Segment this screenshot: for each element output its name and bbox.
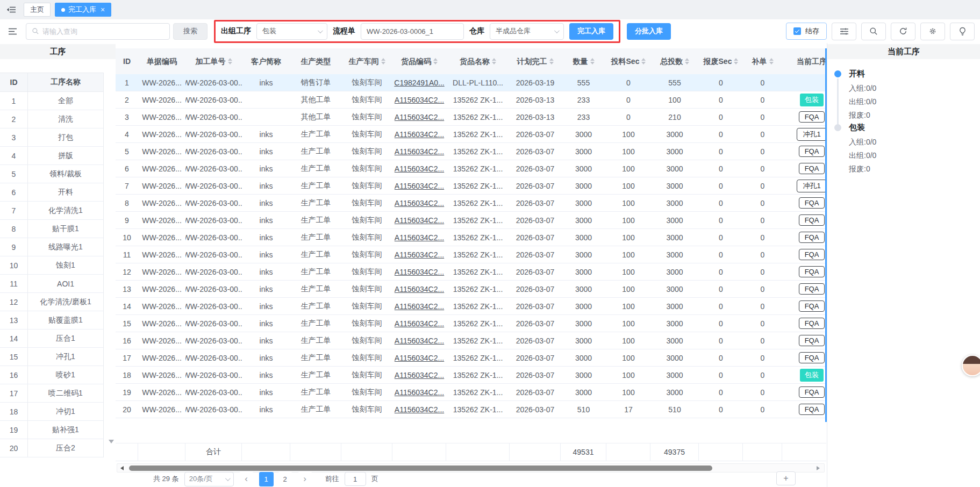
next-page-button[interactable]: › <box>298 472 312 486</box>
cell-item_code[interactable]: A1156034C2... <box>392 177 446 194</box>
cell-item_code[interactable]: A1156034C2... <box>392 160 446 177</box>
table-row[interactable]: 6WW-2026...WW-2026-03-00...inks生产工单蚀刻车间A… <box>116 160 826 177</box>
process-row[interactable]: 12化学清洗/磨板1 <box>0 293 103 311</box>
table-row[interactable]: 15WW-2026...WW-2026-03-00...inks生产工单蚀刻车间… <box>116 315 826 332</box>
column-header-数量[interactable]: 数量 <box>561 48 606 74</box>
balance-toggle-button[interactable]: 结存 <box>786 23 827 40</box>
column-header-报废Sec[interactable]: 报废Sec <box>699 48 743 74</box>
cell-item_code[interactable]: A1156034C2... <box>392 229 446 246</box>
goto-page-input[interactable] <box>345 472 366 486</box>
table-row[interactable]: 3WW-2026...WW-2026-03-00...其他工单蚀刻车间A1156… <box>116 109 826 126</box>
scroll-right-arrow-icon[interactable] <box>817 466 820 470</box>
cell-item_code[interactable]: A1156034C2... <box>392 212 446 228</box>
process-row[interactable]: 9线路曝光1 <box>0 238 103 256</box>
table-row[interactable]: 13WW-2026...WW-2026-03-00...inks生产工单蚀刻车间… <box>116 281 826 298</box>
warehouse-select[interactable]: 半成品仓库 <box>490 23 564 40</box>
process-row[interactable]: 16喷砂1 <box>0 366 103 384</box>
checkbox-checked-icon[interactable] <box>793 27 801 35</box>
filter-button[interactable] <box>832 23 856 40</box>
process-row[interactable]: 13贴覆盖膜1 <box>0 311 103 330</box>
table-row[interactable]: 1WW-2026...WW-2026-03-00...inks销售订单蚀刻车间C… <box>116 74 826 91</box>
table-row[interactable]: 16WW-2026...WW-2026-03-00...inks生产工单蚀刻车间… <box>116 332 826 349</box>
tab-完工入库[interactable]: 完工入库× <box>55 3 111 17</box>
close-tab-icon[interactable]: × <box>101 6 105 13</box>
cell-item_code[interactable]: A1156034C2... <box>392 263 446 280</box>
search-input[interactable] <box>42 27 164 35</box>
process-row[interactable]: 17喷二维码1 <box>0 384 103 403</box>
table-row[interactable]: 17WW-2026...WW-2026-03-00...inks生产工单蚀刻车间… <box>116 349 826 367</box>
column-header-生产车间[interactable]: 生产车间 <box>341 48 392 74</box>
cell-item_code[interactable]: A1156034C2... <box>392 281 446 297</box>
search-button[interactable] <box>861 23 886 40</box>
table-row[interactable]: 10WW-2026...WW-2026-03-00...inks生产工单蚀刻车间… <box>116 229 826 246</box>
page-button-1[interactable]: 1 <box>259 472 274 486</box>
process-row[interactable]: 8贴干膜1 <box>0 220 103 238</box>
floating-avatar[interactable] <box>962 355 980 376</box>
table-row[interactable]: 9WW-2026...WW-2026-03-00...inks生产工单蚀刻车间A… <box>116 212 826 229</box>
column-header-总投数[interactable]: 总投数 <box>650 48 699 74</box>
sort-caret-icon[interactable] <box>590 58 595 65</box>
prev-page-button[interactable]: ‹ <box>239 472 254 486</box>
cell-item_code[interactable]: A1156034C2... <box>392 246 446 263</box>
cell-item_code[interactable]: A1156034C2... <box>392 315 446 332</box>
process-row[interactable]: 19贴补强1 <box>0 421 103 439</box>
table-row[interactable]: 12WW-2026...WW-2026-03-00...inks生产工单蚀刻车间… <box>116 263 826 281</box>
sort-caret-icon[interactable] <box>381 58 385 65</box>
sort-caret-icon[interactable] <box>492 58 496 65</box>
process-row[interactable]: 4拼版 <box>0 147 103 165</box>
table-row[interactable]: 11WW-2026...WW-2026-03-00...inks生产工单蚀刻车间… <box>116 246 826 263</box>
process-row[interactable]: 10蚀刻1 <box>0 256 103 275</box>
process-row[interactable]: 14压合1 <box>0 330 103 348</box>
sort-caret-icon[interactable] <box>734 58 738 65</box>
column-header-货品编码[interactable]: 货品编码 <box>392 48 446 74</box>
add-button[interactable]: + <box>776 471 796 485</box>
cell-item_code[interactable]: A1156034C2... <box>392 298 446 314</box>
out-process-select[interactable]: 包装 <box>256 23 327 40</box>
cell-item_code[interactable]: A1156034C2... <box>392 332 446 349</box>
menu-icon[interactable] <box>5 24 19 38</box>
cell-item_code[interactable]: A1156034C2... <box>392 384 446 400</box>
process-row[interactable]: 3打包 <box>0 128 103 147</box>
cell-item_code[interactable]: A1156034C2... <box>392 401 446 418</box>
process-row[interactable]: 6开料 <box>0 183 103 202</box>
refresh-button[interactable] <box>891 23 915 40</box>
tab-主页[interactable]: 主页 <box>24 3 51 17</box>
cell-item_code[interactable]: C1982491A0... <box>392 74 446 91</box>
cell-item_code[interactable]: A1156034C2... <box>392 91 446 108</box>
page-button-2[interactable]: 2 <box>278 472 292 486</box>
table-row[interactable]: 8WW-2026...WW-2026-03-00...inks生产工单蚀刻车间A… <box>116 195 826 212</box>
column-header-加工单号[interactable]: 加工单号 <box>185 48 242 74</box>
bulb-button[interactable] <box>950 23 975 40</box>
table-row[interactable]: 4WW-2026...WW-2026-03-00...inks生产工单蚀刻车间A… <box>116 126 826 143</box>
scroll-down-arrow-icon[interactable] <box>109 440 114 443</box>
process-row[interactable]: 11AOI1 <box>0 275 103 293</box>
collapse-sidebar-icon[interactable] <box>4 4 18 16</box>
table-row[interactable]: 5WW-2026...WW-2026-03-00...inks生产工单蚀刻车间A… <box>116 143 826 160</box>
batch-inbound-button[interactable]: 分批入库 <box>627 23 671 40</box>
process-row[interactable]: 1全部 <box>0 92 103 110</box>
process-row[interactable]: 15冲孔1 <box>0 348 103 366</box>
column-header-补单[interactable]: 补单 <box>743 48 782 74</box>
sort-caret-icon[interactable] <box>228 58 232 65</box>
table-row[interactable]: 20WW-2026...WW-2026-03-00...inks生产工单蚀刻车间… <box>116 401 826 418</box>
table-row[interactable]: 2WW-2026...WW-2026-03-00...其他工单蚀刻车间A1156… <box>116 91 826 109</box>
cell-item_code[interactable]: A1156034C2... <box>392 367 446 383</box>
search-button[interactable]: 搜索 <box>173 23 208 40</box>
process-row[interactable]: 5领料/裁板 <box>0 165 103 183</box>
table-row[interactable]: 7WW-2026...WW-2026-03-00...inks生产工单蚀刻车间A… <box>116 177 826 195</box>
sort-caret-icon[interactable] <box>685 58 689 65</box>
finish-inbound-button[interactable]: 完工入库 <box>569 23 613 40</box>
sort-caret-icon[interactable] <box>549 58 554 65</box>
table-row[interactable]: 14WW-2026...WW-2026-03-00...inks生产工单蚀刻车间… <box>116 298 826 315</box>
sort-caret-icon[interactable] <box>433 58 438 65</box>
cell-item_code[interactable]: A1156034C2... <box>392 143 446 160</box>
process-row[interactable]: 7化学清洗1 <box>0 202 103 220</box>
cell-item_code[interactable]: A1156034C2... <box>392 109 446 125</box>
cell-item_code[interactable]: A1156034C2... <box>392 195 446 211</box>
page-size-select[interactable]: 20条/页 <box>184 472 234 486</box>
flow-order-input[interactable] <box>361 23 464 40</box>
column-header-投料Sec[interactable]: 投料Sec <box>606 48 650 74</box>
table-row[interactable]: 19WW-2026...WW-2026-03-00...inks生产工单蚀刻车间… <box>116 384 826 401</box>
process-row[interactable]: 20压合2 <box>0 439 103 457</box>
cell-item_code[interactable]: A1156034C2... <box>392 349 446 366</box>
